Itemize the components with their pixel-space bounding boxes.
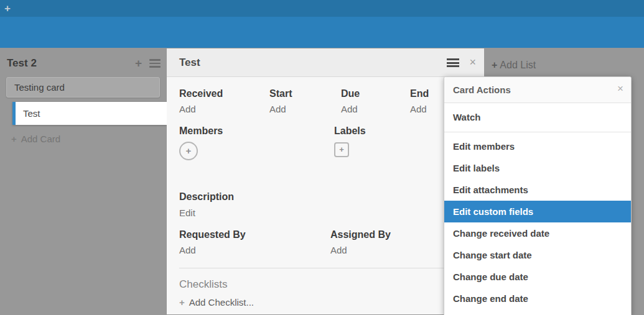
plus-icon: + xyxy=(186,145,192,156)
members-labels-row: Members + Labels + xyxy=(179,126,472,160)
list-add-card-icon[interactable]: + xyxy=(135,58,142,69)
popup-header: Card Actions × xyxy=(444,77,631,103)
plus-icon: + xyxy=(339,145,344,154)
add-label-button[interactable]: + xyxy=(334,142,349,157)
popup-item-watch[interactable]: Watch xyxy=(444,103,631,132)
list-title: Test 2 xyxy=(7,57,135,70)
list-card[interactable]: Test xyxy=(12,102,167,125)
assigned-by-add-link[interactable]: Add xyxy=(330,245,347,255)
add-board-icon[interactable]: + xyxy=(4,2,11,15)
popup-menu: Edit members Edit labels Edit attachment… xyxy=(444,132,631,309)
add-list-button[interactable]: +Add List xyxy=(492,60,536,71)
close-icon[interactable]: × xyxy=(469,55,476,69)
requested-by-label: Requested By xyxy=(179,229,330,240)
add-member-button[interactable]: + xyxy=(179,142,198,160)
received-add-link[interactable]: Add xyxy=(179,104,196,114)
description-label: Description xyxy=(179,191,472,203)
due-label: Due xyxy=(341,88,410,99)
add-checklist-link[interactable]: +Add Checklist... xyxy=(179,297,472,308)
popup-item-edit-labels[interactable]: Edit labels xyxy=(444,157,631,179)
popup-title: Card Actions xyxy=(453,84,511,95)
description-section: Description Edit xyxy=(179,191,472,219)
add-list-label: Add List xyxy=(500,60,536,70)
popup-item-change-received-date[interactable]: Change received date xyxy=(444,222,631,244)
popup-item-edit-members[interactable]: Edit members xyxy=(444,135,631,157)
card-actions-popup: Card Actions × Watch Edit members Edit l… xyxy=(444,76,632,315)
received-date-field: Received Add xyxy=(179,88,269,115)
plus-icon: + xyxy=(179,297,185,308)
close-icon[interactable]: × xyxy=(617,83,623,95)
section-divider xyxy=(179,268,472,268)
start-date-field: Start Add xyxy=(269,88,341,115)
popup-item-edit-attachments[interactable]: Edit attachments xyxy=(444,179,631,201)
card-title: Test xyxy=(179,57,200,69)
card-detail-panel: Test × Received Add Start Add Due xyxy=(167,48,484,314)
requested-assigned-row: Requested By Add Assigned By Add xyxy=(179,229,472,256)
checklists-label: Checklists xyxy=(179,278,472,291)
requested-by-add-link[interactable]: Add xyxy=(179,245,196,255)
members-section: Members + xyxy=(179,126,334,160)
end-add-link[interactable]: Add xyxy=(410,104,427,114)
list-card[interactable]: Testing card xyxy=(6,77,160,98)
card-actions-menu-icon[interactable] xyxy=(447,58,459,69)
add-card-button[interactable]: +Add Card xyxy=(11,134,60,144)
popup-item-change-end-date[interactable]: Change end date xyxy=(444,288,631,309)
plus-icon: + xyxy=(492,60,497,70)
requested-by-section: Requested By Add xyxy=(179,229,330,256)
description-edit-link[interactable]: Edit xyxy=(179,208,195,218)
add-card-label: Add Card xyxy=(21,134,60,144)
plus-icon: + xyxy=(11,134,17,144)
list-menu-icon[interactable] xyxy=(149,59,161,68)
card-detail-body: Received Add Start Add Due Add End Add xyxy=(167,77,484,315)
list-header: Test 2 + xyxy=(7,57,161,70)
start-add-link[interactable]: Add xyxy=(269,104,286,114)
popup-item-edit-custom-fields[interactable]: Edit custom fields xyxy=(444,201,631,222)
board-header-band xyxy=(0,17,644,48)
popup-item-change-start-date[interactable]: Change start date xyxy=(444,244,631,266)
card-detail-header: Test × xyxy=(167,48,484,77)
top-nav-bar: + xyxy=(0,0,644,17)
members-label: Members xyxy=(179,126,334,137)
add-checklist-label: Add Checklist... xyxy=(189,297,254,308)
received-label: Received xyxy=(179,88,269,99)
due-date-field: Due Add xyxy=(341,88,410,115)
popup-item-change-due-date[interactable]: Change due date xyxy=(444,266,631,288)
app-window: + Test 2 + Testing card Test +Add Card +… xyxy=(0,0,644,315)
dates-row: Received Add Start Add Due Add End Add xyxy=(179,77,472,115)
due-add-link[interactable]: Add xyxy=(341,104,358,114)
start-label: Start xyxy=(269,88,341,99)
